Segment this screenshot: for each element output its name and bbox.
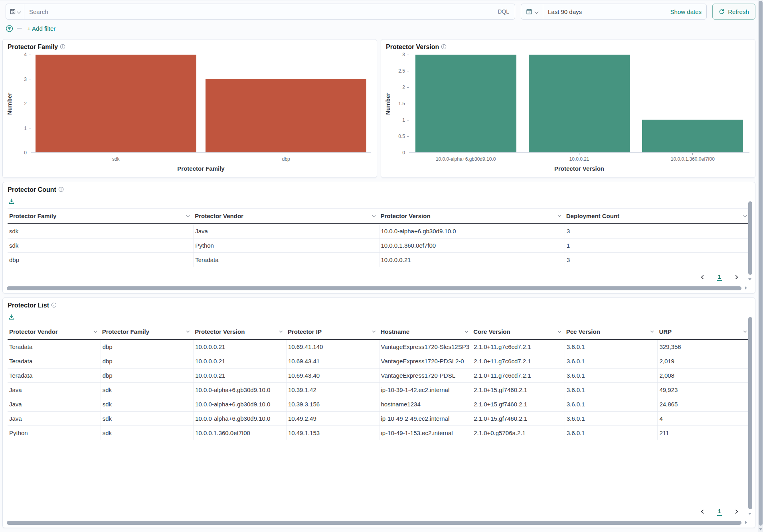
previous-page-button[interactable]: [700, 274, 706, 280]
table-cell[interactable]: Teradata: [193, 253, 379, 267]
table-cell[interactable]: 10.69.43.41: [286, 354, 379, 368]
table-cell[interactable]: 2.1.0+15.gf7460.2.1: [472, 383, 565, 397]
table-cell[interactable]: Java: [8, 397, 101, 411]
info-icon[interactable]: [441, 44, 447, 49]
table-cell[interactable]: VantageExpress1720-PDSL2-0: [379, 354, 472, 368]
refresh-button[interactable]: Refresh: [712, 4, 755, 20]
table-cell[interactable]: 10.0.0-alpha+6.gb30d9.10.0: [193, 383, 286, 397]
date-quick-select-button[interactable]: [521, 4, 543, 19]
horizontal-scrollbar[interactable]: [7, 521, 741, 525]
column-header-protector-family[interactable]: Protector Family: [101, 324, 194, 339]
chevron-down-icon[interactable]: [186, 214, 190, 217]
show-dates-button[interactable]: Show dates: [666, 8, 706, 15]
table-cell[interactable]: sdk: [101, 426, 194, 440]
table-cell[interactable]: dbp: [101, 354, 194, 368]
column-header-deployment-count[interactable]: Deployment Count: [565, 209, 750, 223]
table-cell[interactable]: 2,008: [657, 368, 750, 382]
column-header-protector-vendor[interactable]: Protector Vendor: [8, 324, 101, 339]
table-cell[interactable]: 10.0.0.1.360.0ef7f00: [193, 426, 286, 440]
info-icon[interactable]: [58, 187, 64, 192]
vertical-scrollbar[interactable]: [748, 201, 752, 275]
table-cell[interactable]: dbp: [101, 340, 194, 354]
table-cell[interactable]: 329,356: [657, 340, 750, 354]
next-page-button[interactable]: [733, 274, 739, 280]
table-cell[interactable]: 211: [657, 426, 750, 440]
table-cell[interactable]: 10.0.0.0.21: [193, 354, 286, 368]
table-cell[interactable]: Python: [193, 238, 379, 252]
page-number[interactable]: 1: [717, 508, 722, 516]
table-cell[interactable]: 3.6.0.1: [565, 340, 658, 354]
table-cell[interactable]: 3: [565, 224, 750, 238]
scroll-right-arrow[interactable]: [745, 521, 747, 524]
chevron-down-icon[interactable]: [372, 329, 375, 333]
bar-10.0.0.21[interactable]: [529, 55, 630, 152]
table-cell[interactable]: hostname1234: [379, 397, 472, 411]
bar-dbp[interactable]: [206, 79, 366, 152]
table-cell[interactable]: dbp: [8, 253, 193, 267]
chevron-down-icon[interactable]: [186, 329, 190, 333]
table-cell[interactable]: ip-10-49-2-49.ec2.internal: [379, 412, 472, 426]
table-cell[interactable]: 2.1.0+15.gf7460.2.1: [472, 412, 565, 426]
table-cell[interactable]: 10.0.0.0.21: [193, 340, 286, 354]
table-cell[interactable]: ip-10-39-1-42.ec2.internal: [379, 383, 472, 397]
chevron-down-icon[interactable]: [558, 214, 561, 217]
previous-page-button[interactable]: [700, 508, 706, 515]
table-cell[interactable]: 3.6.0.1: [565, 412, 658, 426]
table-cell[interactable]: ip-10-49-1-153.ec2.internal: [379, 426, 472, 440]
table-cell[interactable]: 10.49.1.153: [286, 426, 379, 440]
chevron-down-icon[interactable]: [93, 329, 97, 333]
table-cell[interactable]: 10.0.0-alpha+6.gb30d9.10.0: [379, 224, 565, 238]
table-cell[interactable]: 2.1.0+11.g7c6cd7.2.1: [472, 340, 565, 354]
scroll-right-arrow[interactable]: [745, 286, 747, 290]
scroll-down-arrow[interactable]: [748, 513, 751, 515]
next-page-button[interactable]: [733, 508, 739, 515]
table-cell[interactable]: 10.39.3.156: [286, 397, 379, 411]
table-cell[interactable]: Java: [8, 383, 101, 397]
table-cell[interactable]: sdk: [101, 383, 194, 397]
table-cell[interactable]: dbp: [101, 368, 194, 382]
table-cell[interactable]: Teradata: [8, 340, 101, 354]
column-header-protector-vendor[interactable]: Protector Vendor: [193, 209, 379, 223]
download-icon-button[interactable]: [8, 313, 16, 321]
table-cell[interactable]: 2.1.0+15.gf7460.2.1: [472, 397, 565, 411]
table-cell[interactable]: sdk: [101, 412, 194, 426]
column-header-hostname[interactable]: Hostname: [379, 324, 472, 339]
table-cell[interactable]: 2.1.0+11.g7c6cd7.2.1: [472, 368, 565, 382]
table-cell[interactable]: 3.6.0.1: [565, 426, 658, 440]
download-icon-button[interactable]: [8, 197, 16, 205]
horizontal-scrollbar[interactable]: [7, 286, 741, 290]
column-header-urp[interactable]: URP: [657, 324, 750, 339]
search-input[interactable]: [24, 4, 492, 19]
table-cell[interactable]: VantageExpress1720-Sles12SP3: [379, 340, 472, 354]
table-cell[interactable]: 10.69.43.40: [286, 368, 379, 382]
info-icon[interactable]: [51, 302, 57, 308]
table-cell[interactable]: 24,865: [657, 397, 750, 411]
table-cell[interactable]: 3.6.0.1: [565, 368, 658, 382]
column-header-core-version[interactable]: Core Version: [472, 324, 565, 339]
table-cell[interactable]: Java: [8, 412, 101, 426]
date-range-value[interactable]: Last 90 days: [548, 8, 582, 15]
bar-10.0.0.1.360.0ef7f00[interactable]: [642, 120, 743, 152]
scroll-down-arrow[interactable]: [748, 278, 751, 280]
table-cell[interactable]: 10.0.0-alpha+6.gb30d9.10.0: [193, 397, 286, 411]
chevron-down-icon[interactable]: [743, 329, 747, 333]
table-cell[interactable]: 2,019: [657, 354, 750, 368]
table-cell[interactable]: 10.39.1.42: [286, 383, 379, 397]
chevron-down-icon[interactable]: [558, 329, 561, 333]
table-cell[interactable]: 3.6.0.1: [565, 397, 658, 411]
chevron-down-icon[interactable]: [372, 214, 375, 217]
table-cell[interactable]: Java: [193, 224, 379, 238]
table-cell[interactable]: sdk: [8, 224, 193, 238]
table-cell[interactable]: Teradata: [8, 354, 101, 368]
saved-query-menu-button[interactable]: [6, 4, 24, 19]
table-cell[interactable]: 2.1.0+11.g7c6cd7.2.1: [472, 354, 565, 368]
column-header-pcc-version[interactable]: Pcc Version: [565, 324, 658, 339]
table-cell[interactable]: 10.0.0.0.21: [379, 253, 565, 267]
chevron-down-icon[interactable]: [650, 329, 654, 333]
table-cell[interactable]: 10.0.0.0.21: [193, 368, 286, 382]
column-header-protector-ip[interactable]: Protector IP: [286, 324, 379, 339]
info-icon[interactable]: [60, 44, 65, 49]
dql-button[interactable]: DQL: [492, 4, 515, 19]
table-cell[interactable]: 3.6.0.1: [565, 354, 658, 368]
table-cell[interactable]: 2.1.0+0.g5706a.2.1: [472, 426, 565, 440]
